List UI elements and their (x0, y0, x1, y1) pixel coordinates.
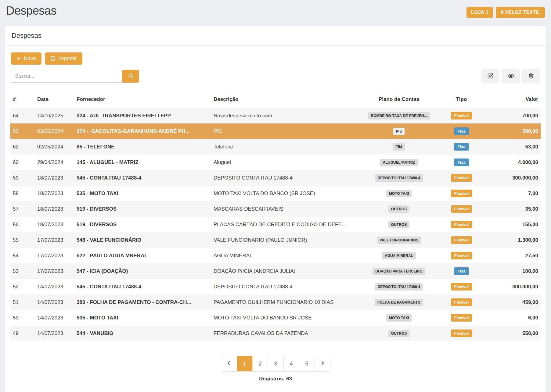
row-valor: 4.000,00 (485, 155, 541, 170)
row-valor: 700,00 (485, 108, 541, 123)
row-date: 14/07/2023 (35, 326, 74, 341)
table-row[interactable]: 5818/07/2023535 - MOTO TAXIMOTO TAXI VOL… (10, 186, 541, 201)
trash-icon (528, 73, 534, 80)
tipo-badge: Flexível (451, 314, 472, 322)
edit-button[interactable] (481, 69, 499, 83)
tipo-badge: Fixa (454, 143, 469, 151)
table-row[interactable]: 6303/05/2024274 - -SACOLITAS-GARANHUNS-A… (10, 123, 541, 139)
row-valor: 7,00 (485, 186, 541, 201)
page-header: Despesas LOJA 1 A VELOZ TEXTIL (0, 0, 551, 26)
row-fornecedor: 324 - ADL TRANSPORTES EIRELI EPP (74, 108, 211, 123)
plano-badge: DEPOSITO ITAU 17488-4 (375, 174, 423, 182)
plano-badge: PIS (393, 128, 405, 135)
row-fornecedor: 535 - MOTO TAXI (74, 186, 211, 201)
col-header-valor: Valor (485, 87, 541, 108)
row-valor: 6,00 (485, 310, 541, 326)
table-row[interactable]: 5918/07/2023545 - CONTA ITAU 17488-4DEPO… (10, 170, 541, 186)
plano-badge: VALE FUNCIONARIOS (377, 237, 421, 244)
table-row[interactable]: 5214/07/2023545 - CONTA ITAU 17488-4DEPO… (10, 279, 541, 294)
search-button[interactable] (122, 70, 139, 83)
view-button[interactable] (502, 69, 520, 83)
tipo-badge: Fixa (454, 127, 469, 135)
table-row[interactable]: 6202/05/202485 - TELEFONETelefoneTIMFixa… (10, 139, 541, 155)
row-valor: 53,00 (485, 139, 541, 155)
next-page-button[interactable] (315, 356, 330, 371)
page-button-1[interactable]: 1 (237, 356, 252, 371)
row-valor: 1.300,00 (485, 232, 541, 248)
table-row[interactable]: 6029/04/2024145 - ALUGUEL - MATRIZAlugue… (10, 155, 541, 170)
row-descricao: DEPOSITO CONTA ITAU 17488-4 (211, 279, 360, 294)
row-fornecedor: 145 - ALUGUEL - MATRIZ (74, 155, 211, 170)
row-fornecedor: 519 - DIVERSOS (74, 201, 211, 217)
table-row[interactable]: 5618/07/2023519 - DIVERSOSPLACAS CARTÃO … (10, 217, 541, 232)
row-valor: 155,00 (485, 217, 541, 232)
row-date: 17/07/2023 (35, 248, 74, 263)
row-descricao: Telefone (211, 139, 360, 155)
row-fornecedor: 274 - -SACOLITAS-GARANHUNS-ANDRÉ PH... (74, 123, 211, 139)
despesas-card: Despesas Nova Imprimir (5, 26, 546, 392)
table-row[interactable]: 5517/07/2023548 - VALE FUNCIONÁRIOVALE F… (10, 232, 541, 248)
table-row[interactable]: 4914/07/2023544 - VANUBIOFERRADURAS CAVA… (10, 326, 541, 341)
table-row[interactable]: 5317/07/2023547 - ICIA (DOAÇÃO)DOAÇÃO P/… (10, 263, 541, 279)
row-date: 18/07/2023 (35, 217, 74, 232)
search-input[interactable] (11, 70, 122, 83)
plano-badge: MOTO TAXI (386, 190, 412, 197)
col-header-fornecedor: Fornecedor (74, 87, 211, 108)
store-button-loja1[interactable]: LOJA 1 (466, 7, 493, 18)
chevron-right-icon (320, 360, 325, 367)
row-num: 53 (10, 263, 35, 279)
toolbar: Nova Imprimir (5, 46, 546, 87)
tipo-badge: Flexível (451, 190, 472, 197)
row-valor: 500,00 (485, 123, 541, 139)
table-row[interactable]: 6414/10/2025324 - ADL TRANSPORTES EIRELI… (10, 108, 541, 123)
row-descricao: DOAÇÃO P/ICIA (ANDREIA JULIA) (211, 263, 360, 279)
row-date: 14/10/2025 (35, 108, 74, 123)
plano-badge: AGUA MINERAL (382, 252, 416, 259)
row-num: 54 (10, 248, 35, 263)
tipo-badge: Flexível (451, 252, 472, 259)
tipo-badge: Fixa (454, 267, 469, 275)
plano-badge: OUTROS (388, 330, 409, 337)
imprimir-button[interactable]: Imprimir (45, 52, 82, 65)
row-valor: 27,50 (485, 248, 541, 263)
page-button-3[interactable]: 3 (268, 356, 283, 371)
row-num: 58 (10, 186, 35, 201)
table-row[interactable]: 5417/07/2023522 - PAULO AGUA MNERALAGUA … (10, 248, 541, 263)
row-date: 18/07/2023 (35, 170, 74, 186)
records-count: Registros: 63 (5, 376, 546, 382)
row-fornecedor: 519 - DIVERSOS (74, 217, 211, 232)
tipo-badge: Flexível (451, 174, 472, 182)
pagination: 12345 (221, 356, 330, 372)
row-valor: 300.000,00 (485, 279, 541, 294)
nova-button-label: Nova (24, 55, 36, 62)
delete-button[interactable] (522, 69, 540, 83)
col-header-data: Data (35, 87, 74, 108)
page-button-2[interactable]: 2 (252, 356, 268, 371)
nova-button[interactable]: Nova (11, 52, 41, 65)
row-fornecedor: 545 - CONTA ITAU 17488-4 (74, 170, 211, 186)
prev-page-button[interactable] (221, 356, 237, 371)
row-date: 14/07/2023 (35, 310, 74, 326)
table-row[interactable]: 5718/07/2023519 - DIVERSOSMASCARAS DESCA… (10, 201, 541, 217)
plano-badge: OUTROS (388, 221, 409, 228)
row-fornecedor: 535 - MOTO TAXI (74, 310, 211, 326)
table-row[interactable]: 5114/07/2023380 - FOLHA DE PAGAMENTO - C… (10, 294, 541, 310)
row-num: 63 (10, 123, 35, 139)
row-num: 55 (10, 232, 35, 248)
row-num: 56 (10, 217, 35, 232)
card-title: Despesas (12, 32, 539, 40)
page-button-5[interactable]: 5 (299, 356, 315, 371)
row-num: 52 (10, 279, 35, 294)
row-fornecedor: 544 - VANUBIO (74, 326, 211, 341)
row-date: 29/04/2024 (35, 155, 74, 170)
page-title: Despesas (6, 4, 56, 17)
plano-badge: MOTO TAXI (386, 314, 412, 322)
page-button-4[interactable]: 4 (283, 356, 299, 371)
row-date: 14/07/2023 (35, 294, 74, 310)
table-row[interactable]: 5014/07/2023535 - MOTO TAXIMOTO TAXI VOL… (10, 310, 541, 326)
row-descricao: Nova despesa muito cara (211, 108, 360, 123)
store-button-company[interactable]: A VELOZ TEXTIL (496, 7, 545, 18)
row-date: 18/07/2023 (35, 186, 74, 201)
col-header-descricao: Descrição (211, 87, 360, 108)
row-descricao: FERRADURAS CAVALOS DA FAZENDA (211, 326, 360, 341)
